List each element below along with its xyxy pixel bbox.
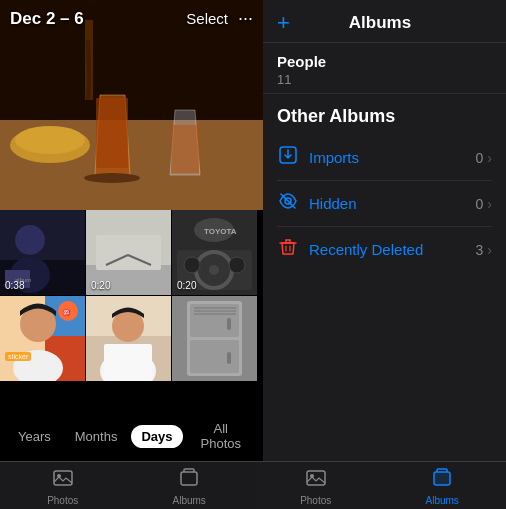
- photos-panel: Dec 2 – 6 Select ··· album: [0, 0, 263, 509]
- video-duration-2: 0:20: [91, 280, 110, 291]
- svg-rect-42: [190, 304, 239, 337]
- recently-deleted-row-left: Recently Deleted: [277, 237, 423, 262]
- photo-sticker-badge: sticker: [5, 352, 31, 361]
- hidden-row[interactable]: Hidden 0 ›: [277, 181, 492, 227]
- photo-thumbnail-3[interactable]: TOYOTA 0:20: [172, 210, 257, 295]
- imports-name: Imports: [309, 149, 359, 166]
- photo-thumbnail-1[interactable]: album 0:38: [0, 210, 85, 295]
- more-button[interactable]: ···: [238, 8, 253, 29]
- svg-rect-44: [227, 318, 231, 330]
- trash-svg-icon: [278, 237, 298, 257]
- svg-text:TOYOTA: TOYOTA: [204, 227, 237, 236]
- photos-header: Dec 2 – 6 Select ···: [0, 8, 263, 29]
- photo-thumbnail-4[interactable]: 🎯 sticker: [0, 296, 85, 381]
- albums-nav-label-2: Albums: [426, 495, 459, 506]
- library-nav-label: Photos: [47, 495, 78, 506]
- photos-svg-icon: [305, 466, 327, 488]
- add-album-button[interactable]: +: [277, 12, 290, 34]
- main-photo-background: [0, 0, 263, 210]
- nav-item-albums-1[interactable]: Albums: [161, 462, 218, 510]
- recently-deleted-row-right: 3 ›: [476, 242, 492, 258]
- hidden-svg-icon: [278, 191, 298, 211]
- hidden-count: 0: [476, 196, 484, 212]
- hidden-row-right: 0 ›: [476, 196, 492, 212]
- select-button[interactable]: Select: [186, 10, 228, 27]
- recently-deleted-count: 3: [476, 242, 484, 258]
- svg-point-27: [229, 257, 245, 273]
- people-label: People: [277, 53, 492, 70]
- nav-item-albums-2[interactable]: Albums: [414, 462, 471, 510]
- svg-rect-39: [104, 344, 152, 381]
- days-tab[interactable]: Days: [131, 425, 182, 448]
- video-duration-3: 0:20: [177, 280, 196, 291]
- photos-nav-icon: [305, 466, 327, 493]
- hidden-chevron: ›: [487, 196, 492, 212]
- photo-4-art: 🎯: [0, 296, 85, 381]
- video-duration-1: 0:38: [5, 280, 24, 291]
- svg-point-23: [209, 265, 219, 275]
- hidden-name: Hidden: [309, 195, 357, 212]
- main-photo-art: [0, 0, 263, 210]
- other-albums-section: Other Albums Imports 0 ›: [263, 94, 506, 278]
- people-section[interactable]: People 11: [263, 43, 506, 94]
- svg-point-3: [15, 126, 85, 154]
- photo-4-bg: 🎯: [0, 296, 85, 381]
- svg-text:🎯: 🎯: [62, 308, 71, 317]
- imports-row[interactable]: Imports 0 ›: [277, 135, 492, 181]
- photos-header-actions: Select ···: [186, 8, 253, 29]
- svg-rect-5: [96, 98, 128, 168]
- svg-rect-17: [96, 235, 161, 270]
- albums-nav-icon-2: [431, 466, 453, 493]
- library-nav-icon: [52, 466, 74, 493]
- years-tab[interactable]: Years: [8, 425, 61, 448]
- imports-svg-icon: [278, 145, 298, 165]
- photo-thumbnail-5[interactable]: [86, 296, 171, 381]
- library-svg-icon: [52, 466, 74, 488]
- svg-rect-45: [227, 352, 231, 364]
- photos-grid: album 0:38 0:20: [0, 210, 263, 381]
- imports-row-left: Imports: [277, 145, 359, 170]
- trash-icon: [277, 237, 299, 262]
- all-photos-tab[interactable]: All Photos: [187, 417, 256, 455]
- albums-header: + Albums: [263, 0, 506, 43]
- imports-row-right: 0 ›: [476, 150, 492, 166]
- svg-rect-7: [171, 125, 199, 173]
- imports-count: 0: [476, 150, 484, 166]
- albums-panel: + Albums People 11 Other Albums Imports …: [263, 0, 506, 509]
- photo-6-art: [172, 296, 257, 381]
- photo-thumbnail-2[interactable]: 0:20: [86, 210, 171, 295]
- photo-thumbnail-6[interactable]: [172, 296, 257, 381]
- svg-rect-57: [307, 471, 325, 485]
- svg-point-26: [184, 257, 200, 273]
- recently-deleted-row[interactable]: Recently Deleted 3 ›: [277, 227, 492, 272]
- photo-6-bg: [172, 296, 257, 381]
- nav-item-library[interactable]: Photos: [35, 462, 90, 510]
- photo-5-art: [86, 296, 171, 381]
- svg-rect-60: [434, 472, 450, 485]
- svg-point-10: [15, 225, 45, 255]
- bottom-navigation: Photos Albums Photos Album: [0, 461, 506, 509]
- hidden-icon: [277, 191, 299, 216]
- months-tab[interactable]: Months: [65, 425, 128, 448]
- albums-title: Albums: [349, 13, 411, 33]
- other-albums-title: Other Albums: [277, 106, 492, 127]
- albums-svg-icon-2: [431, 466, 453, 488]
- imports-chevron: ›: [487, 150, 492, 166]
- recently-deleted-name: Recently Deleted: [309, 241, 423, 258]
- svg-rect-43: [190, 340, 239, 373]
- albums-nav-label-1: Albums: [173, 495, 206, 506]
- albums-nav-icon-1: [178, 466, 200, 493]
- svg-rect-54: [54, 471, 72, 485]
- svg-point-6: [84, 173, 140, 183]
- nav-item-photos[interactable]: Photos: [288, 462, 343, 510]
- hidden-row-left: Hidden: [277, 191, 357, 216]
- photo-5-bg: [86, 296, 171, 381]
- main-photo: Dec 2 – 6 Select ···: [0, 0, 263, 210]
- photos-nav-label: Photos: [300, 495, 331, 506]
- albums-svg-icon-1: [178, 466, 200, 488]
- people-count: 11: [277, 72, 492, 87]
- photos-date: Dec 2 – 6: [10, 9, 84, 29]
- recently-deleted-chevron: ›: [487, 242, 492, 258]
- imports-icon: [277, 145, 299, 170]
- time-tabs-bar: Years Months Days All Photos: [0, 411, 263, 461]
